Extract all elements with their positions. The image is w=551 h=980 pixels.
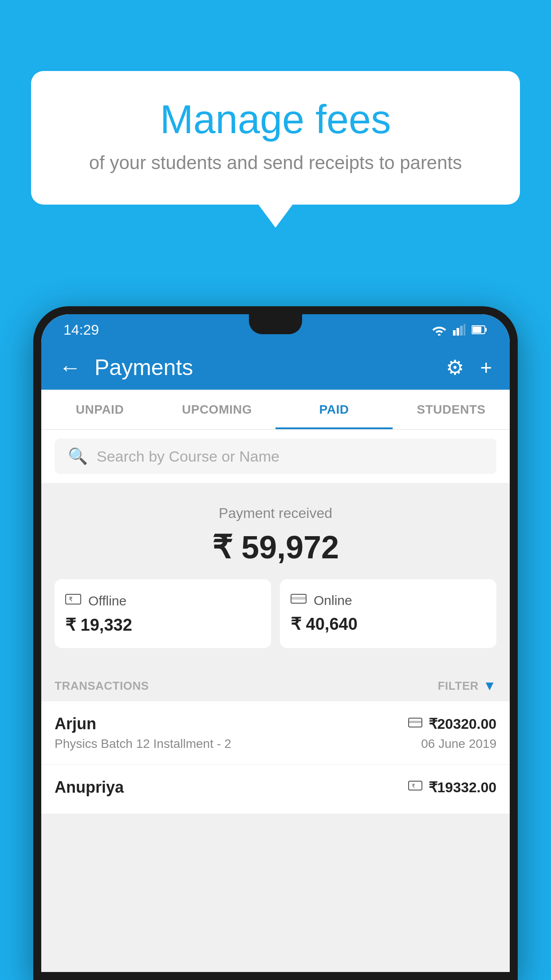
online-payment-card: Online ₹ 40,640 [280,579,496,648]
svg-rect-5 [485,328,487,332]
offline-icon: ₹ [65,593,81,609]
online-icon [291,593,307,608]
speech-bubble: Manage fees of your students and send re… [31,71,520,205]
svg-rect-6 [472,327,481,333]
transaction-top: Anupriya ₹ ₹19332.00 [55,778,496,797]
tab-bar: UNPAID UPCOMING PAID STUDENTS [41,390,510,430]
payment-total-amount: ₹ 59,972 [55,529,496,566]
search-bar[interactable]: 🔍 Search by Course or Name [55,439,496,474]
transaction-row[interactable]: Arjun ₹20320.00 Physics Batch 12 Install… [41,701,510,765]
offline-payment-card: ₹ Offline ₹ 19,332 [55,579,271,648]
bubble-subtitle: of your students and send receipts to pa… [62,152,489,174]
payment-received-label: Payment received [55,505,496,522]
svg-rect-3 [464,324,465,336]
transaction-amount: ₹20320.00 [429,715,496,732]
status-icons [432,324,488,336]
transaction-bottom: Physics Batch 12 Installment - 2 06 June… [55,737,496,751]
tab-students[interactable]: STUDENTS [393,390,510,429]
page-title: Payments [94,355,193,380]
transaction-date: 06 June 2019 [421,737,496,751]
transaction-course: Physics Batch 12 Installment - 2 [55,737,231,751]
tab-upcoming[interactable]: UPCOMING [158,390,276,429]
transaction-top: Arjun ₹20320.00 [55,715,496,733]
svg-rect-12 [409,721,422,723]
add-button[interactable]: + [480,356,492,379]
transaction-amount: ₹19332.00 [429,779,496,796]
offline-label: Offline [88,593,126,609]
app-header: ← Payments ⚙ + [41,345,510,390]
status-time: 14:29 [63,322,99,338]
svg-text:₹: ₹ [412,783,415,789]
payment-type-icon: ₹ [408,780,422,795]
search-input[interactable]: Search by Course or Name [97,448,279,465]
offline-amount: ₹ 19,332 [65,615,260,635]
header-right: ⚙ + [446,356,492,379]
offline-card-header: ₹ Offline [65,593,260,609]
svg-rect-13 [409,781,422,790]
transaction-amount-wrap: ₹20320.00 [408,715,496,732]
battery-icon [472,325,488,335]
phone-frame: 14:29 [33,306,518,980]
online-label: Online [314,593,352,608]
payment-type-icon [408,717,422,731]
svg-rect-0 [453,330,456,336]
svg-text:₹: ₹ [69,596,73,603]
back-button[interactable]: ← [59,356,81,379]
status-bar: 14:29 [41,314,510,345]
transactions-header: TRANSACTIONS FILTER ▼ [41,666,510,701]
search-section: 🔍 Search by Course or Name [41,430,510,483]
tab-paid[interactable]: PAID [276,390,393,429]
notch [249,314,302,334]
payment-cards: ₹ Offline ₹ 19,332 [55,579,496,648]
svg-rect-2 [460,326,463,336]
tab-unpaid[interactable]: UNPAID [41,390,158,429]
filter-button[interactable]: FILTER ▼ [438,678,496,693]
payment-summary: Payment received ₹ 59,972 ₹ Offline [41,487,510,666]
svg-rect-1 [457,328,459,336]
bubble-title: Manage fees [62,98,489,142]
online-amount: ₹ 40,640 [291,614,486,634]
filter-icon: ▼ [483,678,496,693]
header-left: ← Payments [59,355,193,380]
transactions-label: TRANSACTIONS [55,679,149,693]
phone-screen: 14:29 [41,314,510,972]
search-icon: 🔍 [68,447,88,466]
settings-button[interactable]: ⚙ [446,356,464,379]
transaction-row[interactable]: Anupriya ₹ ₹19332.00 [41,765,510,814]
svg-rect-7 [66,594,81,604]
online-card-header: Online [291,593,486,608]
transaction-name: Arjun [55,715,96,733]
signal-icon [453,324,465,336]
transaction-amount-wrap: ₹ ₹19332.00 [408,779,496,796]
svg-rect-10 [291,597,306,600]
wifi-icon [432,324,447,336]
transaction-name: Anupriya [55,778,124,797]
